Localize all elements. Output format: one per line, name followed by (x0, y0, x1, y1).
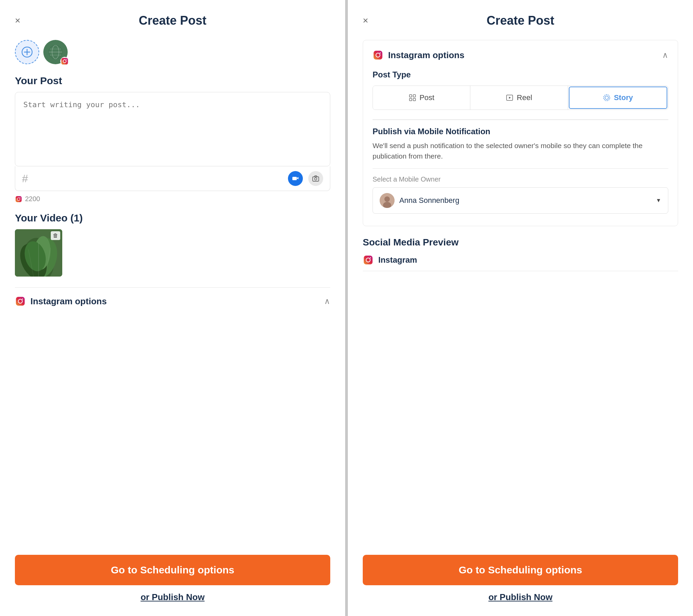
ig-options-right-label: Instagram options (373, 50, 464, 61)
svg-point-38 (604, 95, 610, 101)
owner-name: Anna Sonnenberg (399, 196, 459, 205)
svg-point-39 (605, 96, 608, 99)
right-panel: × Create Post (348, 0, 693, 616)
dropdown-arrow-icon: ▼ (656, 198, 661, 204)
owner-avatar (380, 193, 395, 208)
preview-ig-icon (363, 254, 374, 265)
svg-point-11 (66, 59, 67, 60)
instagram-badge-icon (61, 54, 69, 69)
ig-options-left-label: Instagram options (15, 296, 106, 307)
camera-icon (312, 175, 319, 182)
ig-options-section-left: Instagram options ∧ (15, 287, 330, 307)
account-icons-row (15, 40, 330, 64)
svg-rect-26 (16, 297, 25, 306)
svg-point-45 (370, 257, 371, 258)
social-preview-ig-row: Instagram (363, 254, 678, 271)
instagram-badge (60, 57, 69, 66)
svg-point-41 (384, 197, 390, 202)
video-button[interactable] (288, 171, 303, 186)
owner-info: Anna Sonnenberg (380, 193, 459, 208)
ig-options-text-left: Instagram options (31, 296, 106, 307)
mobile-owner-label: Select a Mobile Owner (373, 176, 668, 183)
svg-rect-14 (16, 196, 22, 202)
left-panel: × Create Post (0, 0, 345, 616)
svg-point-13 (315, 178, 317, 180)
textarea-toolbar: # (15, 166, 330, 191)
ig-options-toggle-left[interactable]: Instagram options ∧ (15, 296, 330, 307)
post-type-tabs: Post Reel Story (373, 85, 668, 110)
svg-point-31 (380, 53, 381, 54)
ig-options-icon-right (373, 50, 383, 61)
chevron-up-right: ∧ (662, 50, 668, 60)
grid-icon (409, 94, 416, 101)
toolbar-icons (288, 171, 323, 186)
scheduling-button-left[interactable]: Go to Scheduling options (15, 555, 330, 585)
svg-rect-29 (374, 51, 382, 60)
tab-reel[interactable]: Reel (470, 86, 568, 109)
right-panel-header: × Create Post (363, 14, 678, 28)
your-post-label: Your Post (15, 75, 330, 86)
scheduling-button-right[interactable]: Go to Scheduling options (363, 555, 678, 585)
publish-now-link-right[interactable]: or Publish Now (363, 592, 678, 602)
svg-point-16 (20, 197, 20, 198)
story-icon (603, 94, 610, 101)
hashtag-button[interactable]: # (22, 172, 28, 185)
ig-options-top-header[interactable]: Instagram options ∧ (373, 50, 668, 61)
owner-avatar-img (380, 193, 395, 208)
video-thumbnail: 🗑 (15, 229, 62, 276)
publish-mobile-label: Publish via Mobile Notification (373, 127, 668, 136)
svg-marker-37 (509, 97, 511, 99)
ig-options-text-right: Instagram options (388, 50, 464, 61)
right-panel-title: Create Post (487, 14, 554, 28)
camera-button[interactable] (308, 171, 323, 186)
left-panel-header: × Create Post (15, 14, 330, 28)
tab-reel-label: Reel (517, 93, 532, 102)
ig-options-top-section: Instagram options ∧ Post Type Post (363, 40, 678, 226)
tab-story-label: Story (614, 93, 633, 102)
separator-2 (373, 168, 668, 169)
post-type-label: Post Type (373, 70, 668, 79)
plus-icon (22, 47, 33, 58)
svg-rect-34 (410, 98, 412, 101)
add-account-button[interactable] (15, 40, 39, 64)
video-icon (292, 175, 299, 182)
right-bottom-section: Go to Scheduling options or Publish Now (363, 549, 678, 602)
tab-story[interactable]: Story (569, 86, 667, 109)
separator-1 (373, 119, 668, 120)
panel-divider (345, 0, 348, 616)
reel-icon (506, 94, 513, 101)
char-count-ig-icon (15, 196, 22, 203)
mobile-owner-section: Select a Mobile Owner Anna Sonnenberg (373, 176, 668, 214)
svg-point-28 (22, 299, 23, 300)
publish-mobile-desc: We'll send a push notification to the se… (373, 140, 668, 162)
char-count-value: 2200 (25, 195, 40, 203)
account-avatar[interactable] (43, 40, 68, 64)
left-close-button[interactable]: × (15, 16, 20, 25)
tab-post[interactable]: Post (373, 86, 470, 109)
chevron-up-left: ∧ (324, 296, 330, 306)
tab-post-label: Post (420, 93, 434, 102)
svg-rect-43 (364, 255, 373, 264)
svg-rect-9 (61, 58, 68, 65)
svg-rect-33 (413, 95, 416, 97)
char-count: 2200 (15, 195, 330, 203)
preview-ig-label: Instagram (378, 255, 417, 265)
delete-video-button[interactable]: 🗑 (51, 231, 60, 240)
post-textarea[interactable] (15, 92, 330, 166)
left-bottom-section: Go to Scheduling options or Publish Now (15, 549, 330, 602)
your-video-label: Your Video (1) (15, 212, 330, 224)
instagram-small-icon (15, 196, 22, 203)
left-panel-title: Create Post (139, 14, 206, 28)
right-close-button[interactable]: × (363, 16, 368, 25)
mobile-owner-select[interactable]: Anna Sonnenberg ▼ (373, 187, 668, 214)
svg-rect-35 (413, 98, 416, 101)
ig-options-icon-left (15, 296, 26, 307)
social-preview-label: Social Media Preview (363, 237, 678, 248)
svg-rect-32 (410, 95, 412, 97)
publish-now-link-left[interactable]: or Publish Now (15, 592, 330, 602)
